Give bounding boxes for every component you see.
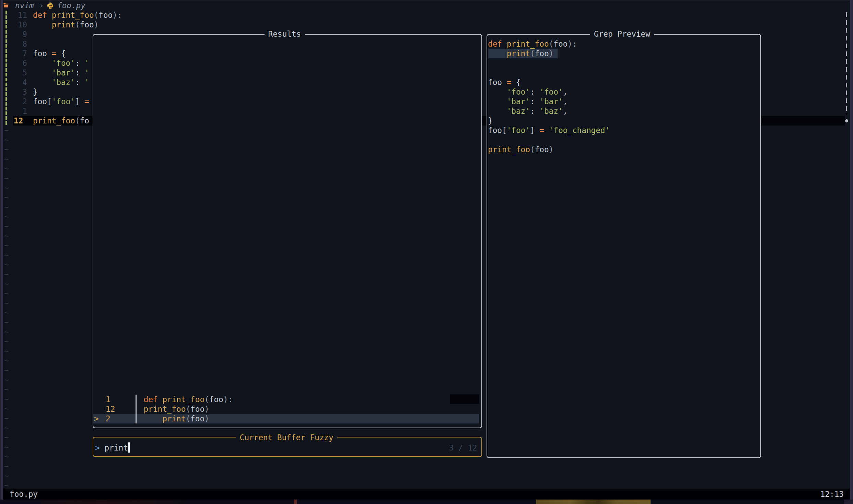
results-title: Results [265,29,305,39]
result-item[interactable]: 1def print_foo(foo): [93,395,481,404]
window-edge-left [0,0,3,500]
preview-line: print(foo) [488,49,553,58]
preview-line: 'bar': 'bar', [488,97,568,106]
empty-line-tilde: ~ [4,289,9,298]
winbar: nvim › foo.py [3,1,850,10]
empty-line-tilde: ~ [4,221,9,231]
empty-line-tilde: ~ [4,433,9,442]
empty-line-tilde: ~ [4,173,9,183]
preview-line: foo['foo'] = 'foo_changed' [488,125,610,135]
preview-line: def print_foo(foo): [488,39,577,49]
empty-line-tilde: ~ [4,164,9,173]
preview-line: 'foo': 'foo', [488,87,568,97]
desktop-wallpaper-strip [0,500,853,504]
empty-line-tilde: ~ [4,145,9,154]
window-edge-top [0,0,853,1]
result-item[interactable]: >2 print(foo) [93,414,479,423]
prompt-caret-icon: > [95,443,100,453]
empty-line-tilde: ~ [4,356,9,365]
empty-line-tilde: ~ [4,135,9,145]
breadcrumb-separator: › [39,1,44,10]
empty-line-tilde: ~ [4,298,9,308]
empty-line-tilde: ~ [4,183,9,193]
empty-line-tilde: ~ [4,279,9,289]
results-list: 1def print_foo(foo):12print_foo(foo)>2 p… [93,34,482,428]
preview-title: Grep Preview [590,29,654,39]
prompt-title: Current Buffer Fuzzy [236,433,337,442]
empty-line-tilde: ~ [4,365,9,375]
results-column-separator [136,395,137,423]
empty-line-tilde: ~ [4,202,9,212]
empty-line-tilde: ~ [4,212,9,221]
statusline-position: 12:13 [820,489,844,499]
empty-line-tilde: ~ [4,317,9,327]
prompt-input[interactable]: print [105,443,128,453]
result-line-number: 1 [106,395,110,404]
empty-line-tilde: ~ [4,404,9,413]
preview-line: 'baz': 'baz', [488,106,568,116]
preview-window: Grep Preview def print_foo(foo): print(f… [487,34,761,458]
result-text: print_foo(foo) [144,404,209,414]
empty-line-tilde: ~ [4,125,9,135]
match-counter: 3 / 12 [449,443,477,453]
empty-line-tilde: ~ [4,346,9,356]
result-text: print(foo) [144,414,209,423]
scrollbar-track[interactable] [846,12,847,114]
statusline-filename: foo.py [10,489,38,499]
empty-line-tilde: ~ [4,241,9,250]
selection-caret-icon: > [94,414,99,423]
empty-line-tilde: ~ [4,269,9,279]
breadcrumb-root[interactable]: nvim [15,1,34,10]
empty-line-tilde: ~ [4,471,9,481]
preview-content: def print_foo(foo): print(foo)foo = { 'f… [487,34,761,458]
preview-line: print_foo(foo) [488,145,553,154]
empty-line-tilde: ~ [4,394,9,404]
empty-line-tilde: ~ [4,413,9,423]
scrollbar-cursor-dot[interactable] [845,119,848,122]
statusline: foo.py 12:13 [0,489,853,500]
empty-line-tilde: ~ [4,154,9,164]
empty-line-tilde: ~ [4,327,9,337]
empty-line-tilde: ~ [4,193,9,202]
window-edge-right [850,0,853,500]
empty-line-tilde: ~ [4,423,9,433]
empty-line-tilde: ~ [4,231,9,241]
empty-line-tilde: ~ [4,442,9,452]
text-cursor [128,442,130,453]
empty-line-tilde: ~ [4,260,9,269]
result-line-number: 12 [106,404,115,414]
terminal-screen: 11def print_foo(foo):10 print(foo)987foo… [0,0,853,504]
result-text: def print_foo(foo): [144,395,233,404]
result-line-number: 2 [106,414,110,423]
empty-line-tilde: ~ [4,452,9,461]
empty-line-tilde: ~ [4,385,9,394]
prompt-window[interactable]: Current Buffer Fuzzy > print 3 / 12 [93,437,482,457]
empty-line-tilde: ~ [4,337,9,346]
empty-line-tilde: ~ [4,461,9,471]
breadcrumb-file[interactable]: foo.py [57,1,85,10]
empty-line-tilde: ~ [4,250,9,260]
empty-line-tilde: ~ [4,375,9,385]
results-window: Results 1def print_foo(foo):12print_foo(… [93,34,482,428]
empty-line-tilde: ~ [4,308,9,317]
results-overlay-block [450,394,479,404]
preview-line: foo = { [488,77,521,87]
preview-line: } [488,116,493,125]
result-item[interactable]: 12print_foo(foo) [93,404,481,414]
